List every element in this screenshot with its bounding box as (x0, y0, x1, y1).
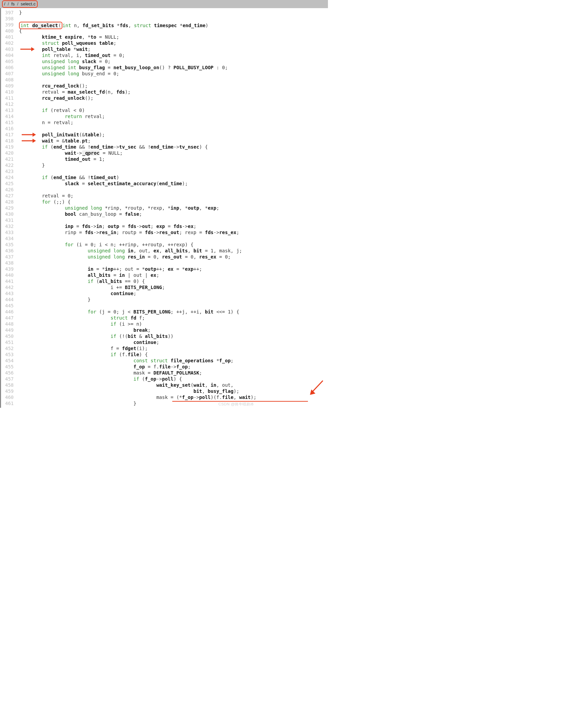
line-number: 434 (5, 235, 14, 242)
line-number: 407 (5, 71, 14, 77)
line-number: 433 (5, 229, 14, 235)
line-number: 436 (5, 248, 14, 254)
code-line: if (f_op->poll) { (19, 376, 256, 382)
line-number: 404 (5, 52, 14, 58)
line-number: 411 (5, 95, 14, 101)
line-number: 457 (5, 376, 14, 382)
code-line: break; (19, 327, 256, 333)
breadcrumb-dir[interactable]: fs (11, 1, 15, 7)
code-line: all_bits = in | out | ex; (19, 272, 256, 278)
line-number: 455 (5, 364, 14, 370)
code-line: in = *inp++; out = *outp++; ex = *exp++; (19, 266, 256, 272)
code-line: unsigned long *rinp, *routp, *rexp, *inp… (19, 205, 256, 211)
line-number: 412 (5, 101, 14, 107)
line-number: 424 (5, 174, 14, 180)
function-declaration: int do_select(int n, fd_set_bits *fds, s… (19, 22, 256, 28)
line-number-gutter: 3973983994004014024034044054064074084094… (0, 8, 16, 408)
code-line (19, 260, 256, 266)
line-number: 460 (5, 394, 14, 400)
code-line: } (19, 162, 256, 168)
code-line: if (f.file) { (19, 351, 256, 358)
line-number: 397 (5, 9, 14, 16)
code-line: unsigned long in, out, ex, all_bits, bit… (19, 248, 256, 254)
code-line: if (all_bits == 0) { (19, 278, 256, 284)
line-number: 426 (5, 187, 14, 193)
line-number: 422 (5, 162, 14, 168)
svg-marker-7 (310, 389, 315, 395)
line-number: 400 (5, 28, 14, 34)
line-number: 451 (5, 339, 14, 345)
line-number: 415 (5, 119, 14, 126)
line-number: 429 (5, 205, 14, 211)
line-number: 458 (5, 382, 14, 388)
line-number: 423 (5, 168, 14, 174)
line-number: 405 (5, 58, 14, 64)
code-line: n = retval; (19, 119, 256, 126)
code-line: continue; (19, 290, 256, 296)
breadcrumb-root[interactable]: / (4, 1, 5, 7)
code-line: if (retval < 0) (19, 107, 256, 113)
code-line (19, 187, 256, 193)
line-number: 453 (5, 351, 14, 358)
code-line: f = fdget(i); (19, 345, 256, 351)
code-line: wait = &table.pt; (19, 138, 256, 144)
code-line: for (j = 0; j < BITS_PER_LONG; ++j, ++i,… (19, 309, 256, 315)
line-number: 459 (5, 388, 14, 394)
line-number: 435 (5, 242, 14, 248)
line-number: 417 (5, 132, 14, 138)
code-line: } (19, 296, 256, 303)
line-number: 409 (5, 83, 14, 89)
line-number: 444 (5, 296, 14, 303)
code-line: if (end_time && !timed_out) (19, 174, 256, 180)
line-number: 447 (5, 315, 14, 321)
code-line: if (i >= n) (19, 321, 256, 327)
code-line (19, 303, 256, 309)
line-number: 398 (5, 16, 14, 22)
line-number: 414 (5, 113, 14, 119)
code-line: bool can_busy_loop = false; (19, 211, 256, 217)
code-line: wait_key_set(wait, in, out, (19, 382, 256, 388)
line-number: 445 (5, 303, 14, 309)
line-number: 439 (5, 266, 14, 272)
code-line: for (;;) { (19, 199, 256, 205)
line-number: 446 (5, 309, 14, 315)
breadcrumb[interactable]: / / fs / select.c (2, 0, 38, 8)
code-line: i += BITS_PER_LONG; (19, 284, 256, 290)
line-number: 428 (5, 199, 14, 205)
line-number: 454 (5, 358, 14, 364)
line-number: 419 (5, 144, 14, 150)
breadcrumb-file[interactable]: select.c (21, 1, 36, 7)
code-line: f_op = f.file->f_op; (19, 364, 256, 370)
line-number: 441 (5, 278, 14, 284)
code-line: int retval, i, timed_out = 0; (19, 52, 256, 58)
code-line: mask = DEFAULT_POLLMASK; (19, 370, 256, 376)
line-number: 403 (5, 46, 14, 52)
line-number: 449 (5, 327, 14, 333)
annotation-arrow-icon (308, 380, 324, 396)
code-line: struct fd f; (19, 315, 256, 321)
code-line: bit, busy_flag); (19, 388, 256, 394)
code-line (19, 168, 256, 174)
code-line: wait->_qproc = NULL; (19, 150, 256, 156)
code-line: timed_out = 1; (19, 156, 256, 162)
code-line: poll_initwait(&table); (19, 132, 256, 138)
code-line: inp = fds->in; outp = fds->out; exp = fd… (19, 223, 256, 229)
code-line: rcu_read_lock(); (19, 83, 256, 89)
code-content[interactable]: }int do_select(int n, fd_set_bits *fds, … (16, 8, 256, 408)
line-number: 432 (5, 223, 14, 229)
line-number: 420 (5, 150, 14, 156)
code-line: ktime_t expire, *to = NULL; (19, 34, 256, 40)
code-line: struct poll_wqueues table; (19, 40, 256, 46)
line-number: 430 (5, 211, 14, 217)
code-line: unsigned long busy_end = 0; (19, 71, 256, 77)
code-line (19, 101, 256, 107)
line-number: 456 (5, 370, 14, 376)
svg-line-6 (312, 381, 323, 392)
code-line: poll_table *wait; (19, 46, 256, 52)
line-number: 452 (5, 345, 14, 351)
line-number: 425 (5, 180, 14, 187)
line-number: 418 (5, 138, 14, 144)
do-select-signature-box: int do_select( (19, 22, 62, 29)
line-number: 421 (5, 156, 14, 162)
code-line: } (19, 9, 256, 16)
